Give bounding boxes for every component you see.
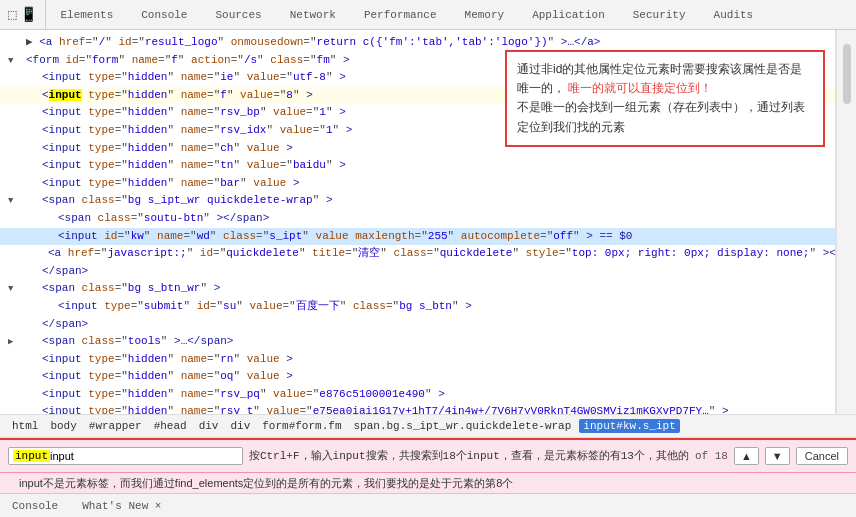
- tab-security[interactable]: Security: [619, 0, 700, 29]
- tab-console[interactable]: Console: [127, 0, 201, 29]
- scrollbar-thumb[interactable]: [843, 44, 851, 104]
- expand-arrow[interactable]: [8, 192, 18, 210]
- hint-text: input不是元素标签，而我们通过find_elements定位到的是所有的元素…: [8, 477, 513, 489]
- search-input-area[interactable]: input: [8, 447, 243, 465]
- breadcrumb-item-form[interactable]: form#form.fm: [258, 419, 345, 433]
- tab-elements[interactable]: Elements: [46, 0, 127, 29]
- html-line[interactable]: <span class="bg s_btn_wr" >: [0, 280, 835, 298]
- devtools-tab-bar: ⬚ 📱 Elements Console Sources Network Per…: [0, 0, 856, 30]
- breadcrumb-item-head[interactable]: #head: [150, 419, 191, 433]
- bottom-tab-bar: Console What's New ×: [0, 493, 856, 517]
- tab-application[interactable]: Application: [518, 0, 619, 29]
- bottom-tab-whatsnew[interactable]: What's New ×: [78, 498, 165, 514]
- breadcrumb: html body #wrapper #head div div form#fo…: [0, 414, 856, 438]
- search-input[interactable]: [50, 450, 238, 462]
- tooltip-highlight-1: 唯一的就可以直接定位到！: [568, 81, 712, 95]
- bottom-tab-console[interactable]: Console: [8, 498, 62, 514]
- inspect-icon[interactable]: ⬚: [8, 6, 16, 23]
- breadcrumb-item-wrapper[interactable]: #wrapper: [85, 419, 146, 433]
- search-bar: input 按Ctrl+F，输入input搜索，共搜索到18个input，查看，…: [0, 438, 856, 472]
- breadcrumb-item-html[interactable]: html: [8, 419, 42, 433]
- html-line[interactable]: ▶ <a href="/" id="result_logo" onmousedo…: [0, 34, 835, 52]
- breadcrumb-item-div2[interactable]: div: [226, 419, 254, 433]
- tab-memory[interactable]: Memory: [451, 0, 519, 29]
- tab-performance[interactable]: Performance: [350, 0, 451, 29]
- device-icon[interactable]: 📱: [20, 6, 37, 23]
- tab-network[interactable]: Network: [276, 0, 350, 29]
- tab-audits[interactable]: Audits: [700, 0, 768, 29]
- html-panel[interactable]: ▶ <a href="/" id="result_logo" onmousedo…: [0, 30, 836, 414]
- search-prev-button[interactable]: ▲: [734, 447, 759, 465]
- right-scrollbar: [836, 30, 856, 414]
- html-line[interactable]: <input type="hidden" name="rsv_t" value=…: [0, 403, 835, 413]
- expand-arrow[interactable]: [8, 280, 18, 298]
- hint-bar: input不是元素标签，而我们通过find_elements定位到的是所有的元素…: [0, 472, 856, 494]
- search-count: of 18: [695, 450, 728, 462]
- html-line[interactable]: </span>: [0, 263, 835, 281]
- breadcrumb-item-body[interactable]: body: [46, 419, 80, 433]
- html-line[interactable]: <input type="hidden" name="bar" value >: [0, 175, 835, 193]
- search-next-button[interactable]: ▼: [765, 447, 790, 465]
- tab-sources[interactable]: Sources: [201, 0, 275, 29]
- html-line[interactable]: <span class="soutu-btn" ></span>: [0, 210, 835, 228]
- expand-arrow[interactable]: [8, 333, 18, 351]
- html-line[interactable]: <input type="hidden" name="oq" value >: [0, 368, 835, 386]
- html-line[interactable]: <input type="hidden" name="rsv_pq" value…: [0, 386, 835, 404]
- html-line[interactable]: <span class="tools" >…</span>: [0, 333, 835, 351]
- tooltip-box: 通过非id的其他属性定位元素时需要搜索该属性是否是唯一的， 唯一的就可以直接定位…: [505, 50, 825, 147]
- search-label: 按Ctrl+F，输入input搜索，共搜索到18个input，查看，是元素标签的…: [249, 448, 689, 463]
- html-line[interactable]: </span>: [0, 316, 835, 334]
- tooltip-text-2: 不是唯一的会找到一组元素（存在列表中），通过列表定位到我们找的元素: [517, 100, 805, 133]
- search-term-highlight: input: [13, 450, 50, 462]
- html-line[interactable]: <input type="hidden" name="tn" value="ba…: [0, 157, 835, 175]
- breadcrumb-item-input[interactable]: input#kw.s_ipt: [579, 419, 679, 433]
- breadcrumb-item-span[interactable]: span.bg.s_ipt_wr.quickdelete-wrap: [349, 419, 575, 433]
- expand-arrow[interactable]: [8, 52, 18, 70]
- html-line-selected[interactable]: <input id="kw" name="wd" class="s_ipt" v…: [0, 228, 835, 246]
- breadcrumb-item-div1[interactable]: div: [195, 419, 223, 433]
- html-line[interactable]: <span class="bg s_ipt_wr quickdelete-wra…: [0, 192, 835, 210]
- html-line[interactable]: <a href="javascript:;" id="quickdelete" …: [0, 245, 835, 263]
- html-line[interactable]: <input type="hidden" name="rn" value >: [0, 351, 835, 369]
- html-line[interactable]: <input type="submit" id="su" value="百度一下…: [0, 298, 835, 316]
- search-cancel-button[interactable]: Cancel: [796, 447, 848, 465]
- devtools-main: ▶ <a href="/" id="result_logo" onmousedo…: [0, 30, 856, 414]
